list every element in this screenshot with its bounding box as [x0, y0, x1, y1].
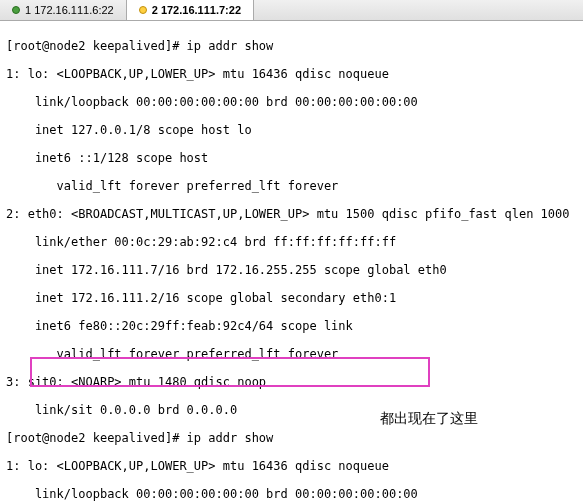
- output-line: inet 172.16.111.7/16 brd 172.16.255.255 …: [6, 263, 577, 277]
- output-line: 1: lo: <LOOPBACK,UP,LOWER_UP> mtu 16436 …: [6, 67, 577, 81]
- tab-label: 1 172.16.111.6:22: [25, 4, 114, 16]
- output-line: inet6 fe80::20c:29ff:feab:92c4/64 scope …: [6, 319, 577, 333]
- output-line: valid_lft forever preferred_lft forever: [6, 179, 577, 193]
- output-line: 2: eth0: <BROADCAST,MULTICAST,UP,LOWER_U…: [6, 207, 577, 221]
- tab-1[interactable]: 1 172.16.111.6:22: [0, 0, 127, 20]
- output-line: link/ether 00:0c:29:ab:92:c4 brd ff:ff:f…: [6, 235, 577, 249]
- output-line: inet 127.0.0.1/8 scope host lo: [6, 123, 577, 137]
- annotation-text: 都出现在了这里: [380, 411, 478, 425]
- prompt-line: [root@node2 keepalived]# ip addr show: [6, 39, 577, 53]
- output-line: inet 172.16.111.2/16 scope global second…: [6, 291, 577, 305]
- output-line: 3: sit0: <NOARP> mtu 1480 qdisc noop: [6, 375, 577, 389]
- tab-2[interactable]: 2 172.16.111.7:22: [127, 0, 254, 20]
- output-line: link/sit 0.0.0.0 brd 0.0.0.0: [6, 403, 577, 417]
- prompt-line: [root@node2 keepalived]# ip addr show: [6, 431, 577, 445]
- output-line: link/loopback 00:00:00:00:00:00 brd 00:0…: [6, 487, 577, 501]
- status-icon: [139, 6, 147, 14]
- output-line: 1: lo: <LOOPBACK,UP,LOWER_UP> mtu 16436 …: [6, 459, 577, 473]
- tab-bar: 1 172.16.111.6:22 2 172.16.111.7:22: [0, 0, 583, 21]
- output-line: inet6 ::1/128 scope host: [6, 151, 577, 165]
- terminal-output[interactable]: [root@node2 keepalived]# ip addr show 1:…: [0, 21, 583, 503]
- output-line: link/loopback 00:00:00:00:00:00 brd 00:0…: [6, 95, 577, 109]
- output-line: valid_lft forever preferred_lft forever: [6, 347, 577, 361]
- status-icon: [12, 6, 20, 14]
- tab-label: 2 172.16.111.7:22: [152, 4, 241, 16]
